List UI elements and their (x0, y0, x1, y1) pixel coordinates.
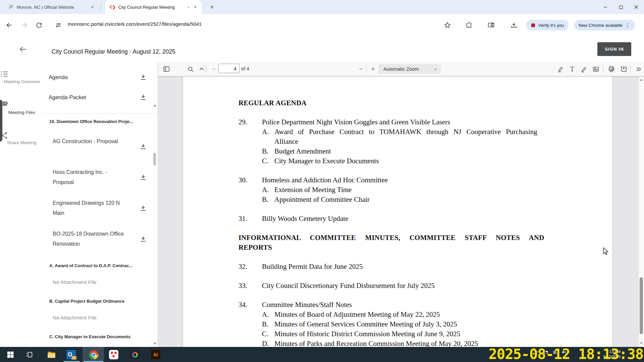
pdf-viewer: of 4 − + Automatic Zoom T (158, 62, 644, 347)
minimize-icon[interactable] (598, 0, 613, 14)
sign-in-button[interactable]: SIGN IN (597, 42, 631, 56)
extensions-icon[interactable] (464, 20, 474, 31)
previous-page-icon[interactable] (196, 63, 207, 75)
file-label: No Attachment File (53, 315, 97, 321)
download-icon[interactable] (140, 73, 147, 81)
document-line: 30.Homeless and Addiction Ad Hoc Committ… (238, 175, 571, 185)
bookmark-star-icon[interactable] (442, 20, 453, 31)
chrome-taskbar-button[interactable] (83, 347, 104, 362)
nav-label: Meeting Overview (0, 78, 44, 85)
file-row[interactable]: BO-2025-18 Downtown Office Renovation (44, 229, 158, 249)
maximize-icon[interactable] (613, 0, 629, 14)
document-line: B.Budget Amendment (238, 146, 571, 156)
file-row[interactable]: No Attachment File (44, 313, 158, 323)
download-icon[interactable] (140, 143, 147, 150)
file-row[interactable] (44, 113, 158, 114)
file-row[interactable]: Agenda (44, 67, 158, 87)
nav-meeting-files[interactable]: Meeting Files (0, 85, 44, 116)
file-row[interactable]: B. Capital Project Budget Ordinance (44, 297, 158, 305)
item-text: Appointment of Committee Chair (274, 195, 370, 203)
toggle-sidebar-icon[interactable] (161, 63, 172, 75)
downloads-icon[interactable] (508, 20, 519, 31)
browser-menu-icon[interactable]: ⋮ (625, 22, 630, 28)
toolbar-separator (366, 65, 366, 73)
file-explorer-icon[interactable] (46, 350, 56, 360)
scroll-up-icon[interactable] (640, 79, 643, 81)
image-tool-icon[interactable] (590, 63, 601, 75)
item-number: B. (262, 319, 274, 329)
scroll-up-icon[interactable] (153, 104, 157, 107)
draw-tool-icon[interactable] (578, 63, 590, 75)
close-tab-icon[interactable]: × (192, 4, 198, 10)
item-text: Police Department Night Vision Goggles a… (262, 118, 450, 126)
page-title: City Council Regular Meeting - August 12… (52, 48, 175, 55)
active-nav-indicator (0, 100, 2, 141)
task-view-icon[interactable] (25, 350, 35, 360)
site-settings-icon[interactable] (53, 20, 64, 31)
file-row[interactable]: AG Construction - Proposal (44, 136, 158, 157)
chevron-down-icon (434, 67, 437, 71)
item-text: Billy Woods Cemetery Update (262, 215, 348, 223)
scroll-down-icon[interactable] (153, 343, 157, 345)
item-number: 32. (238, 262, 262, 272)
file-row[interactable]: Engineered Drawings 120 N Main (44, 198, 158, 218)
page-back-icon[interactable] (19, 45, 28, 54)
print-icon[interactable] (606, 63, 617, 75)
pdf-scrollbar[interactable] (639, 76, 644, 347)
start-button-icon[interactable] (5, 350, 15, 360)
verify-label: Verify it's you (538, 23, 564, 28)
more-tools-icon[interactable] (633, 63, 644, 75)
tab-city-council-meeting[interactable]: C❯ City Council Regular Meeting • × (105, 0, 202, 14)
download-icon[interactable] (140, 235, 147, 243)
red-dots-app-icon[interactable] (109, 350, 119, 360)
back-icon[interactable] (4, 20, 15, 31)
next-page-icon[interactable] (208, 63, 220, 75)
nav-share-meeting[interactable]: Share Meeting (0, 116, 44, 146)
pdf-page: REGULAR AGENDA 29.Police Department Nigh… (183, 76, 612, 347)
item-text: Minutes of Parks and Recreation Commissi… (274, 340, 478, 347)
reload-icon[interactable] (34, 20, 44, 31)
new-tab-button[interactable]: + (207, 2, 217, 12)
zoom-select[interactable]: Automatic Zoom (378, 64, 441, 74)
file-row[interactable]: Agenda Packet (44, 87, 158, 107)
file-row[interactable]: A. Award of Contract to D.A.P. Contrac..… (44, 261, 158, 270)
forward-icon[interactable] (19, 20, 30, 31)
nav-label: Meeting Files (0, 109, 44, 116)
scrollbar-thumb[interactable] (153, 153, 156, 166)
document-line: 33.City Council Discretionary Fund Disbu… (238, 281, 571, 291)
zoom-out-icon[interactable]: − (355, 63, 367, 75)
file-panel-scrollbar[interactable] (153, 104, 157, 345)
file-label: B. Capital Project Budget Ordinance (49, 299, 124, 304)
close-tab-icon[interactable]: × (89, 4, 95, 10)
file-row[interactable]: 10. Downtown Office Renovation Proje... (44, 117, 158, 126)
file-row[interactable]: No Attachment File (44, 277, 158, 287)
download-icon[interactable] (140, 204, 147, 212)
tab-monroe-website[interactable]: Monroe, NC | Official Website × (4, 0, 99, 14)
outlook-icon[interactable]: O (66, 350, 76, 360)
url-text[interactable]: monroenc.portal.civicclerk.com/event/252… (68, 21, 202, 27)
pdf-search-icon[interactable] (185, 63, 196, 75)
tab-separator (101, 4, 101, 10)
highlight-tool-icon[interactable] (555, 63, 566, 75)
file-row[interactable]: C. City Manager to Execute Documents (44, 332, 158, 341)
text-tool-icon[interactable]: T (567, 63, 578, 75)
zoom-in-icon[interactable]: + (367, 63, 379, 75)
illustrator-icon[interactable]: Ai (151, 350, 161, 360)
download-icon[interactable] (140, 174, 147, 181)
page-number-input[interactable] (218, 64, 239, 73)
new-chrome-available-chip[interactable]: New Chrome available ⋮ (574, 20, 635, 31)
verify-its-you-chip[interactable]: Verify it's you (526, 20, 569, 31)
save-icon[interactable] (618, 63, 630, 75)
creative-cloud-icon[interactable] (130, 350, 140, 360)
toolbar-separator (206, 65, 206, 73)
document-line: A.Award of Purchase Contract to TOMAHAWK… (238, 127, 571, 137)
nav-meeting-overview[interactable]: Meeting Overview (0, 62, 44, 85)
file-row[interactable]: Hoss Contracting Inc. - Proposal (44, 167, 158, 187)
item-text: Committee Minutes/Staff Notes (262, 301, 352, 309)
reading-mode-icon[interactable] (486, 20, 496, 31)
close-window-icon[interactable] (629, 0, 644, 14)
item-text: Minutes of General Services Committee Me… (274, 320, 457, 328)
scrollbar-thumb[interactable] (640, 277, 643, 334)
download-icon[interactable] (140, 94, 147, 101)
scroll-down-icon[interactable] (640, 342, 643, 344)
